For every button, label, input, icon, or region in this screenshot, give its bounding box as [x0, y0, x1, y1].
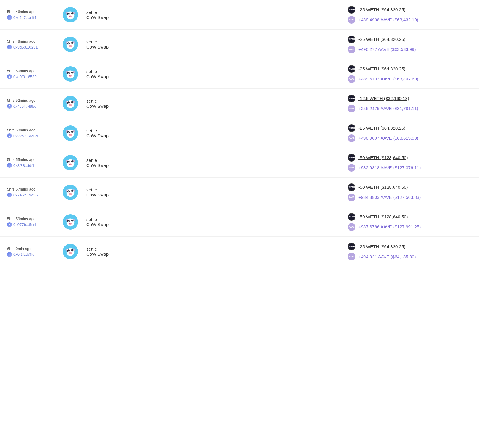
svg-point-73 — [69, 134, 70, 135]
svg-point-87 — [69, 163, 72, 165]
svg-point-40 — [69, 73, 69, 74]
action-line1: settle — [86, 217, 122, 222]
weth-token-icon: WETH — [348, 65, 355, 73]
amounts-section: WETH -25 WETH ($64,320.25) AAVE +494.921… — [348, 243, 472, 260]
table-row: 5hrs 53mins ago 0x22a7...de0d — [0, 118, 479, 148]
cow-swap-icon — [63, 37, 78, 52]
tx-hash[interactable]: 0x3d63...0251 — [7, 45, 54, 49]
svg-point-20 — [67, 41, 75, 49]
tx-hash-value[interactable]: 0xe9f0...6539 — [13, 75, 37, 79]
cow-logo-svg — [65, 98, 76, 109]
tx-hash-value[interactable]: 0x7e52...9d36 — [13, 193, 38, 197]
negative-amount-row: WETH -12.5 WETH ($32,160.13) — [348, 95, 409, 102]
amounts-section: WETH -12.5 WETH ($32,160.13) AAVE +245.2… — [348, 95, 472, 112]
tx-meta: 5hrs 55mins ago 0x8f88...fdf1 — [7, 157, 54, 168]
eth-icon — [7, 45, 12, 49]
aave-token-icon: AAVE — [348, 164, 355, 172]
positive-amount-row: AAVE +494.921 AAVE ($64,135.80) — [348, 253, 416, 260]
tx-hash-value[interactable]: 0x22a7...de0d — [13, 134, 38, 138]
svg-point-29 — [71, 46, 71, 46]
time-ago: 5hrs 50mins ago — [7, 69, 54, 73]
tx-hash-value[interactable]: 0x077b...5ceb — [13, 223, 38, 227]
amounts-section: WETH -25 WETH ($64,320.25) AAVE +489.610… — [348, 65, 472, 83]
amounts-section: WETH -50 WETH ($128,640.50) AAVE +987.67… — [348, 213, 472, 231]
svg-point-100 — [69, 191, 69, 192]
aave-token-icon: AAVE — [348, 253, 355, 260]
weth-token-icon: WETH — [348, 243, 355, 250]
tx-hash-value[interactable]: 0x3d63...0251 — [13, 45, 38, 49]
positive-amount: +490.9097 AAVE ($63,615.98) — [358, 136, 418, 141]
amounts-section: WETH -25 WETH ($64,320.25) AAVE +489.490… — [348, 6, 472, 24]
action-line1: settle — [86, 246, 122, 252]
aave-token-icon: AAVE — [348, 75, 355, 83]
svg-point-101 — [72, 191, 72, 192]
cow-logo-svg — [65, 246, 76, 257]
tx-hash[interactable]: 0x22a7...de0d — [7, 133, 54, 138]
action-line1: settle — [86, 69, 122, 74]
action-section: settle CoW Swap — [86, 69, 122, 79]
action-line1: settle — [86, 99, 122, 104]
tx-hash[interactable]: 0x7e52...9d36 — [7, 193, 54, 197]
svg-point-25 — [69, 43, 69, 44]
positive-amount: +984.3803 AAVE ($127,563.83) — [358, 195, 421, 200]
action-line2: CoW Swap — [86, 252, 122, 257]
cow-swap-icon — [63, 96, 78, 111]
svg-point-74 — [71, 134, 71, 135]
negative-amount: -25 WETH ($64,320.25) — [358, 37, 405, 42]
eth-icon — [7, 163, 12, 168]
svg-point-103 — [69, 194, 70, 194]
tx-hash-value[interactable]: 0x8f88...fdf1 — [13, 163, 35, 168]
tx-hash[interactable]: 0x4c0f...49be — [7, 104, 54, 109]
positive-amount: +489.6103 AAVE ($63,447.60) — [358, 76, 418, 81]
tx-meta: 5hrs 59mins ago 0x077b...5ceb — [7, 217, 54, 227]
action-line1: settle — [86, 158, 122, 163]
svg-point-85 — [69, 162, 69, 162]
aave-token-icon: AAVE — [348, 16, 355, 24]
negative-amount: -25 WETH ($64,320.25) — [358, 7, 405, 12]
svg-point-59 — [71, 105, 71, 105]
cow-logo-svg — [65, 68, 76, 80]
tx-hash[interactable]: 0xe9f0...6539 — [7, 74, 54, 79]
action-section: settle CoW Swap — [86, 39, 122, 49]
cow-logo-svg — [65, 39, 76, 50]
svg-point-133 — [69, 253, 70, 253]
action-line2: CoW Swap — [86, 15, 122, 20]
tx-hash-value[interactable]: 0x4c0f...49be — [13, 104, 36, 109]
tx-hash[interactable]: 0xc9e7...a1f4 — [7, 15, 54, 20]
positive-amount: +490.277 AAVE ($63,533.99) — [358, 47, 416, 52]
svg-point-119 — [71, 223, 71, 224]
cow-swap-icon — [63, 7, 78, 22]
tx-hash[interactable]: 0x0f1f...b9fd — [7, 252, 54, 257]
positive-amount-row: AAVE +490.9097 AAVE ($63,615.98) — [348, 134, 418, 142]
tx-hash[interactable]: 0x8f88...fdf1 — [7, 163, 54, 168]
tx-meta: 5hrs 50mins ago 0xe9f0...6539 — [7, 69, 54, 79]
eth-icon — [7, 193, 12, 197]
svg-point-50 — [67, 100, 75, 108]
action-line1: settle — [86, 187, 122, 192]
action-line2: CoW Swap — [86, 163, 122, 168]
positive-amount: +489.4908 AAVE ($63,432.10) — [358, 17, 418, 22]
tx-hash-value[interactable]: 0x0f1f...b9fd — [13, 252, 35, 257]
svg-point-43 — [69, 75, 70, 76]
tx-hash-value[interactable]: 0xc9e7...a1f4 — [13, 15, 36, 20]
svg-point-95 — [67, 189, 75, 197]
negative-amount: -25 WETH ($64,320.25) — [358, 66, 405, 71]
tx-hash[interactable]: 0x077b...5ceb — [7, 222, 54, 227]
weth-token-icon: WETH — [348, 36, 355, 43]
transaction-list: 5hrs 46mins ago 0xc9e7...a1f4 — [0, 0, 479, 266]
amounts-section: WETH -25 WETH ($64,320.25) AAVE +490.909… — [348, 124, 472, 142]
negative-amount: -50 WETH ($128,640.50) — [358, 185, 408, 190]
svg-point-5 — [67, 11, 75, 19]
negative-amount-row: WETH -25 WETH ($64,320.25) — [348, 124, 405, 132]
cow-swap-icon — [63, 244, 78, 259]
action-section: settle CoW Swap — [86, 187, 122, 197]
svg-point-102 — [69, 193, 72, 195]
svg-point-80 — [67, 159, 75, 167]
action-line1: settle — [86, 39, 122, 44]
tx-meta: 6hrs 0min ago 0x0f1f...b9fd — [7, 246, 54, 257]
aave-token-icon: AAVE — [348, 134, 355, 142]
svg-point-12 — [69, 15, 72, 17]
cow-logo-svg — [65, 128, 76, 139]
action-line2: CoW Swap — [86, 192, 122, 197]
eth-icon — [7, 104, 12, 109]
